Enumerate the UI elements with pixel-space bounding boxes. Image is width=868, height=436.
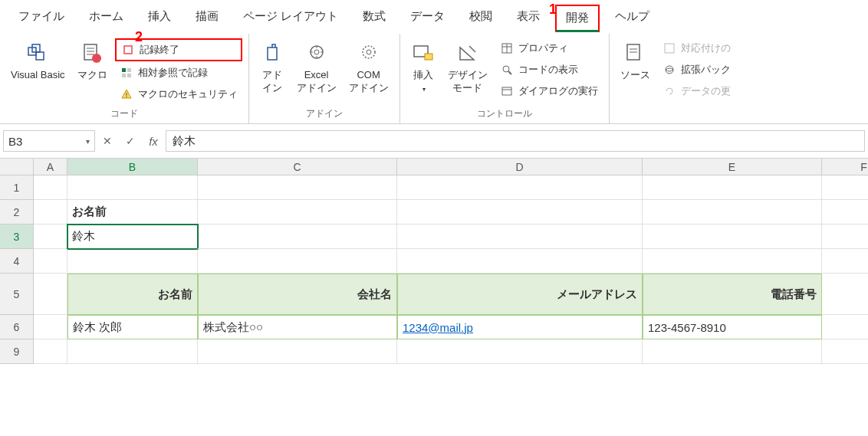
enter-button[interactable]: ✓ [120,130,141,152]
cell-c4[interactable] [198,249,397,274]
menu-view[interactable]: 表示 [508,5,549,32]
cell-e6[interactable]: 123-4567-8910 [643,315,822,339]
menu-review[interactable]: 校閲 [460,5,501,32]
menu-page-layout[interactable]: ページ レイアウト [234,5,347,32]
col-header-b[interactable]: B [67,159,198,175]
menu-data[interactable]: データ [401,5,454,32]
row-header-2[interactable]: 2 [0,200,34,225]
col-header-a[interactable]: A [34,159,67,175]
source-button[interactable]: ソース [616,38,655,85]
macro-security-button[interactable]: ! マクロのセキュリティ [115,84,242,104]
menu-insert[interactable]: 挿入 [139,5,180,32]
svg-point-36 [666,66,673,74]
cell-e1[interactable] [643,175,822,200]
cell-f2[interactable] [822,200,868,225]
cell-e4[interactable] [643,249,822,274]
cell-e2[interactable] [643,200,822,225]
insert-button[interactable]: 挿入▾ [406,38,440,98]
row-header-4[interactable]: 4 [0,249,34,274]
cell-f3[interactable] [822,225,868,249]
fx-icon: fx [149,135,158,148]
cell-d5[interactable]: メールアドレス [397,274,643,315]
cell-d2[interactable] [397,200,643,225]
properties-button[interactable]: プロパティ [495,38,603,58]
row-header-3[interactable]: 3 [0,225,34,249]
row-header-1[interactable]: 1 [0,175,34,200]
group-label-code: コード [110,107,138,120]
visual-basic-button[interactable]: Visual Basic [6,38,70,85]
cell-d9[interactable] [397,339,643,364]
cell-d6[interactable]: 1234@mail.jp [397,315,643,339]
excel-addin-button[interactable]: Excel アドイン [292,38,341,98]
cell-a1[interactable] [34,175,67,200]
cell-c9[interactable] [198,339,397,364]
cell-a9[interactable] [34,339,67,364]
stop-recording-button[interactable]: 記録終了 [115,38,242,61]
name-box[interactable]: B3 ▾ [3,130,95,152]
macro-button[interactable]: マクロ [73,38,112,85]
menu-draw[interactable]: 描画 [186,5,228,32]
relative-reference-button[interactable]: 相対参照で記録 [115,63,242,83]
menu-home[interactable]: ホーム [80,5,133,32]
cell-f4[interactable] [822,249,868,274]
cell-b6[interactable]: 鈴木 次郎 [67,315,198,339]
cell-f9[interactable] [822,339,868,364]
col-header-e[interactable]: E [643,159,822,175]
cell-a4[interactable] [34,249,67,274]
cell-a5[interactable] [34,274,67,315]
menu-file[interactable]: ファイル [9,5,74,32]
view-code-button[interactable]: コードの表示 [495,60,603,80]
cell-a3[interactable] [34,225,67,249]
cells-area[interactable]: お名前 鈴木 [34,175,868,364]
cell-b9[interactable] [67,339,198,364]
row-header-5[interactable]: 5 [0,274,34,315]
menu-help[interactable]: ヘルプ [606,5,659,32]
excel-addin-label: Excel アドイン [297,69,337,95]
cell-a2[interactable] [34,200,67,225]
map-properties-icon [663,41,676,55]
cell-e5[interactable]: 電話番号 [643,274,822,315]
col-header-c[interactable]: C [198,159,397,175]
cell-c1[interactable] [198,175,397,200]
cell-f1[interactable] [822,175,868,200]
addin-button[interactable]: アド イン [255,38,289,98]
cell-c6[interactable]: 株式会社○○ [198,315,397,339]
cancel-button[interactable]: ✕ [97,130,118,152]
design-mode-button[interactable]: デザイン モード [443,38,492,98]
row-header-9[interactable]: 9 [0,339,34,364]
svg-text:!: ! [125,91,127,99]
formula-input[interactable]: 鈴木 [166,130,865,152]
stop-recording-label: 記録終了 [140,43,179,57]
cell-b3[interactable]: 鈴木 [67,225,198,249]
menu-formulas[interactable]: 数式 [353,5,395,32]
name-box-value: B3 [8,135,22,148]
cell-d4[interactable] [397,249,643,274]
cell-f5[interactable] [822,274,868,315]
cell-c5[interactable]: 会社名 [198,274,397,315]
expansion-pack-button[interactable]: 拡張パック [658,60,735,80]
cell-a6[interactable] [34,315,67,339]
cell-b4[interactable] [67,249,198,274]
cell-b2[interactable]: お名前 [67,200,198,225]
cell-b5[interactable]: お名前 [67,274,198,315]
cell-e3[interactable] [643,225,822,249]
select-all-corner[interactable] [0,159,34,175]
menu-developer[interactable]: 開発 [555,5,600,32]
insert-function-button[interactable]: fx [143,130,164,152]
run-dialog-button[interactable]: ダイアログの実行 [495,81,603,101]
col-header-f[interactable]: F [822,159,868,175]
cell-b1[interactable] [67,175,198,200]
row-header-6[interactable]: 6 [0,315,34,339]
formula-value: 鈴木 [173,134,196,149]
cell-d1[interactable] [397,175,643,200]
col-header-d[interactable]: D [397,159,643,175]
com-addin-button[interactable]: COM アドイン [344,38,393,98]
cell-d3[interactable] [397,225,643,249]
chevron-down-icon[interactable]: ▾ [86,137,90,146]
cell-c3[interactable] [198,225,397,249]
cell-c2[interactable] [198,200,397,225]
cell-f6[interactable] [822,315,868,339]
cell-e9[interactable] [643,339,822,364]
column-headers: A B C D E F [34,159,868,175]
svg-rect-30 [502,87,511,95]
